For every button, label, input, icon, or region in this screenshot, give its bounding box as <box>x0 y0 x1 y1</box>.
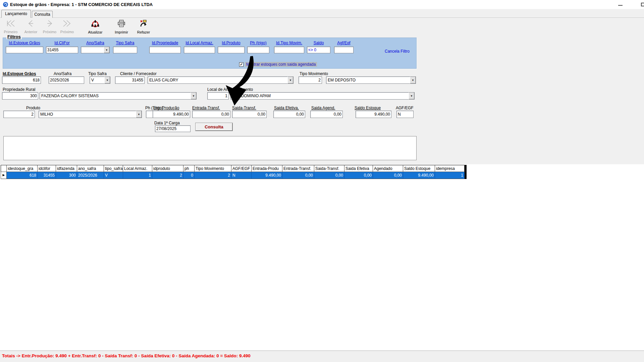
entradatransf-input[interactable] <box>192 111 230 118</box>
data-grid: idestoque_graidcliforidfazendaano_safrat… <box>1 165 467 179</box>
notes-memo[interactable] <box>3 136 417 160</box>
filter-input-idestoque[interactable] <box>6 47 43 53</box>
grid-cell[interactable]: 0 <box>183 172 195 179</box>
propriedade-combo-input[interactable] <box>40 92 191 100</box>
grid-cell[interactable]: 2 <box>195 172 231 179</box>
grid-cell[interactable]: 1 <box>435 172 465 179</box>
grid-selected-row[interactable]: ▶ 618314553002025/2026V1202N9.490,000,00… <box>1 172 467 179</box>
chevron-down-icon[interactable]: ▼ <box>191 92 197 100</box>
grid-cell[interactable]: 300 <box>56 172 77 179</box>
grid-cell[interactable]: 618 <box>7 172 38 179</box>
grid-column-header[interactable]: Saida Efetiva <box>344 165 373 172</box>
grid-column-header[interactable]: Agendado <box>373 165 403 172</box>
saldoestoque-input[interactable] <box>356 111 391 118</box>
filter-combo-anosafra[interactable]: ▼ <box>81 47 110 53</box>
grid-column-header[interactable]: ano_safra <box>77 165 104 172</box>
atualizar-button[interactable]: Atualizar <box>87 19 104 34</box>
saldoestoque-label: Saldo Estoque <box>355 106 381 110</box>
grid-cell[interactable]: 0,00 <box>314 172 344 179</box>
refazer-button[interactable]: Refazer <box>135 19 152 34</box>
chevron-down-icon[interactable]: ▼ <box>287 76 293 84</box>
grid-column-header[interactable]: idproduto <box>152 165 183 172</box>
cliente-code-input[interactable] <box>115 76 145 84</box>
consulta-button[interactable]: Consulta <box>196 123 232 131</box>
tiposafra-combo[interactable]: ▼ <box>90 76 110 84</box>
nav-next-label: Próximo <box>41 30 58 34</box>
grid-cell[interactable]: 9.490,00 <box>252 172 282 179</box>
filter-input-idlocal[interactable] <box>184 47 215 53</box>
agfegf-input[interactable] <box>396 111 414 118</box>
saidatransf-input[interactable] <box>232 111 267 118</box>
maximize-button[interactable] <box>641 3 644 6</box>
grid-column-header[interactable]: Entrada-Produ <box>252 165 282 172</box>
tab-lancamento[interactable]: Lançamento <box>1 10 31 18</box>
chevron-down-icon[interactable]: ▼ <box>104 76 110 84</box>
grid-cell[interactable]: 2 <box>152 172 183 179</box>
produto-combo[interactable]: ▼ <box>39 111 142 118</box>
idestoque-label: Id.Estoque Grãos <box>3 71 36 76</box>
tiposafra-combo-input[interactable] <box>90 76 104 84</box>
filter-input-idpropriedade[interactable] <box>149 47 181 53</box>
chevron-down-icon[interactable]: ▼ <box>409 92 415 100</box>
filter-label-idlocal: Id.Local Armaz. <box>184 41 215 45</box>
filter-input-idproduto[interactable] <box>218 47 245 53</box>
grid-column-header[interactable]: idempresa <box>435 165 465 172</box>
grid-cell[interactable]: N <box>231 172 252 179</box>
tipomovimento-label: Tipo Movimento <box>300 71 328 76</box>
produto-combo-input[interactable] <box>39 111 136 118</box>
produto-code-input[interactable] <box>3 111 35 118</box>
grid-column-header[interactable]: idfazenda <box>56 165 77 172</box>
grid-column-header[interactable]: Tipo Movimento <box>195 165 231 172</box>
grid-cell[interactable]: 1 <box>123 172 152 179</box>
tiposafra-label: Tipo Safra <box>88 71 107 76</box>
cliente-label: Cliente / Fornecedor <box>120 71 157 76</box>
grid-column-header[interactable]: Saida-Transf. <box>314 165 344 172</box>
filter-input-agfeqf[interactable] <box>334 47 354 53</box>
entrproducao-input[interactable] <box>153 111 190 118</box>
totals-status-text: Totais -> Entr.Produção: 9.490 + Entr.Tr… <box>2 353 251 358</box>
anosafra-input[interactable] <box>49 76 84 84</box>
filter-combo-anosafra-input[interactable] <box>81 47 104 53</box>
filter-input-tiposafra[interactable] <box>113 47 137 53</box>
filter-label-idestoque: Id.Estoque Grãos <box>6 41 43 45</box>
propriedade-combo[interactable]: ▼ <box>40 92 197 100</box>
grid-column-header[interactable]: Local Armaz. <box>123 165 152 172</box>
grid-cell[interactable]: 9.490,00 <box>403 172 435 179</box>
saidaagend-input[interactable] <box>310 111 343 118</box>
minimize-button[interactable] <box>618 5 623 6</box>
grid-cell[interactable]: V <box>104 172 123 179</box>
tipomovimento-code-input[interactable] <box>299 76 322 84</box>
chevron-down-icon[interactable]: ▼ <box>136 111 142 118</box>
grid-column-header[interactable]: tipo_safra <box>104 165 123 172</box>
idestoque-input[interactable] <box>2 76 41 84</box>
redo-icon <box>139 19 148 29</box>
datacarga-input[interactable] <box>155 125 191 132</box>
chevron-down-icon[interactable]: ▼ <box>104 47 110 53</box>
cancela-filtro-link[interactable]: Cancela Filtro <box>385 49 410 54</box>
produto-label: Produto <box>26 106 40 110</box>
grid-column-header[interactable]: idclifor <box>38 165 56 172</box>
grid-column-header[interactable]: AGF/EGF <box>231 165 252 172</box>
nav-first-label: Primeiro <box>2 30 19 34</box>
tipomovimento-combo[interactable]: ▼ <box>326 76 416 84</box>
grid-cell[interactable]: 2025/2026 <box>77 172 104 179</box>
saidaefetiva-input[interactable] <box>273 111 305 118</box>
grid-cell[interactable]: 0,00 <box>282 172 314 179</box>
grid-column-header[interactable]: Saldo Estoque <box>403 165 435 172</box>
tipomovimento-combo-input[interactable] <box>326 76 410 84</box>
grid-cell[interactable]: 0,00 <box>373 172 403 179</box>
grid-column-header[interactable]: Entrada-Transf. <box>282 165 314 172</box>
filter-input-idtipomovim[interactable] <box>274 47 304 53</box>
grid-column-header[interactable]: ph <box>183 165 195 172</box>
filter-input-idclifor[interactable] <box>46 47 78 53</box>
filter-label-idclifor: Id.CliFor <box>46 41 78 45</box>
grid-cell[interactable]: 31455 <box>38 172 56 179</box>
grid-cell[interactable]: 0,00 <box>344 172 373 179</box>
imprimir-button[interactable]: Imprimir <box>113 19 130 34</box>
propriedade-code-input[interactable] <box>2 92 38 100</box>
filter-input-saldo[interactable] <box>307 47 330 53</box>
tab-consulta[interactable]: Consulta <box>32 11 53 18</box>
filter-input-phtrigo[interactable] <box>247 47 269 53</box>
chevron-down-icon[interactable]: ▼ <box>410 76 416 84</box>
grid-column-header[interactable]: idestoque_gra <box>7 165 38 172</box>
